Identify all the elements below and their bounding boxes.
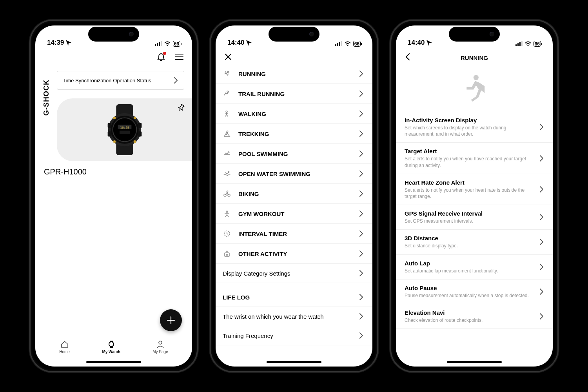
setting-desc: Set distance display type. [405,243,458,249]
notifications-button[interactable] [157,53,165,63]
svg-rect-12 [107,123,111,128]
setting-desc: Pause measurement automatically when a s… [405,292,529,299]
activity-row-open-water-swimming[interactable]: OPEN WATER SWIMMING [216,164,372,184]
activity-label: TRAIL RUNNING [238,91,285,97]
life-log[interactable]: LIFE LOG [216,288,372,307]
home-indicator[interactable] [447,361,502,363]
chevron-right-icon [358,332,364,339]
svg-rect-15 [138,131,142,136]
activity-row-running[interactable]: RUNNING [216,64,372,84]
phone-1: 14:39 66 Time Synchronization Operation … [29,20,198,372]
activity-label: POOL SWIMMING [238,151,288,157]
setting-title: Heart Rate Zone Alert [405,179,533,186]
wrist-setting[interactable]: The wrist on which you wear the watch [216,307,372,326]
nav-home[interactable]: Home [59,340,70,354]
activity-row-gym-workout[interactable]: GYM WORKOUT [216,204,372,224]
chevron-right-icon [358,230,364,237]
setting-3d-distance[interactable]: 3D Distance Set distance display type. [396,230,553,254]
watch-card[interactable]: 10:58 [57,98,192,161]
activity-row-trail-running[interactable]: TRAIL RUNNING [216,84,372,104]
activity-row-trekking[interactable]: TREKKING [216,124,372,144]
svg-point-8 [113,118,136,142]
activity-icon [223,70,231,78]
battery-level: 66 [534,41,541,47]
home-indicator[interactable] [86,361,141,363]
watch-image: 10:58 [103,104,146,155]
activity-label: TREKKING [238,131,269,137]
setting-target-alert[interactable]: Target Alert Set alerts to notify you wh… [396,143,553,174]
chevron-right-icon [539,123,544,131]
svg-point-23 [159,341,162,344]
svg-rect-11 [120,131,130,134]
notch [269,27,319,42]
activity-row-interval-timer[interactable]: INTERVAL TIMER [216,224,372,244]
menu-button[interactable] [175,53,183,62]
phone-2: 14:40 66 RUNNING TRAIL RUNNING WALK [210,20,378,372]
notch [88,27,139,42]
svg-point-22 [109,342,114,347]
chevron-right-icon [539,313,544,320]
chevron-right-icon [358,110,364,117]
hamburger-icon [175,53,183,60]
nav-page-label: My Page [152,350,168,354]
setting-title: Auto Pause [405,285,529,291]
setting-title: In-Activity Screen Display [405,117,533,123]
activity-icon [223,190,231,198]
activity-label: GYM WORKOUT [238,211,285,217]
activity-icon [223,110,231,118]
model-name: GPR-H1000 [44,167,192,176]
back-button[interactable] [405,53,411,62]
chevron-right-icon [358,130,364,137]
setting-gps-signal-receive-interval[interactable]: GPS Signal Receive Interval Set GPS meas… [396,205,553,230]
nav-my-watch[interactable]: My Watch [102,340,120,354]
setting-in-activity-screen-display[interactable]: In-Activity Screen Display Set which scr… [396,112,553,143]
notification-dot [163,52,166,55]
chevron-right-icon [358,250,364,257]
sync-status-button[interactable]: Time Synchronization Operation Status [57,71,184,90]
display-category-settings[interactable]: Display Category Settings [216,264,372,283]
activity-row-walking[interactable]: WALKING [216,104,372,124]
training-frequency[interactable]: Training Frequency [216,326,372,345]
setting-desc: Set alerts to notify you when you have r… [405,156,533,168]
settings-list: In-Activity Screen Display Set which scr… [396,112,553,329]
activity-row-other-activity[interactable]: OTHER ACTIVITY [216,244,372,264]
pin-icon [177,104,185,112]
activity-row-pool-swimming[interactable]: POOL SWIMMING [216,144,372,164]
setting-heart-rate-zone-alert[interactable]: Heart Rate Zone Alert Set alerts to noti… [396,174,553,205]
svg-point-17 [133,116,136,119]
home-icon [60,340,69,348]
add-button[interactable] [160,309,182,331]
chevron-left-icon [405,53,411,61]
wifi-icon [164,41,171,46]
activity-label: RUNNING [238,71,266,77]
chevron-right-icon [539,238,544,245]
setting-title: Elevation Navi [405,309,483,316]
clock: 14:39 [47,39,64,47]
location-icon [426,40,432,46]
svg-point-19 [133,140,136,143]
setting-title: GPS Signal Receive Interval [405,210,483,217]
chevron-right-icon [358,190,364,197]
setting-title: Auto Lap [405,260,498,267]
setting-auto-pause[interactable]: Auto Pause Pause measurement automatical… [396,279,553,304]
setting-elevation-navi[interactable]: Elevation Navi Check elevation of route … [396,304,553,329]
close-button[interactable] [224,53,364,62]
signal-icon [155,41,162,46]
svg-rect-13 [107,131,111,136]
activity-label: WALKING [238,111,266,117]
nav-home-label: Home [59,350,70,354]
activity-label: BIKING [238,191,259,197]
chevron-right-icon [358,270,364,277]
activity-icon [223,150,231,158]
chevron-right-icon [358,294,364,301]
setting-auto-lap[interactable]: Auto Lap Set automatic lap measurement f… [396,255,553,279]
pin-button[interactable] [177,104,185,113]
nav-watch-label: My Watch [102,350,120,354]
setting-desc: Set automatic lap measurement functional… [405,268,498,274]
bottom-nav: Home My Watch My Page [35,335,192,359]
activity-icon [223,130,231,138]
activity-row-biking[interactable]: BIKING [216,184,372,204]
home-indicator[interactable] [267,361,321,363]
nav-my-page[interactable]: My Page [152,340,168,354]
setting-title: 3D Distance [405,235,458,241]
